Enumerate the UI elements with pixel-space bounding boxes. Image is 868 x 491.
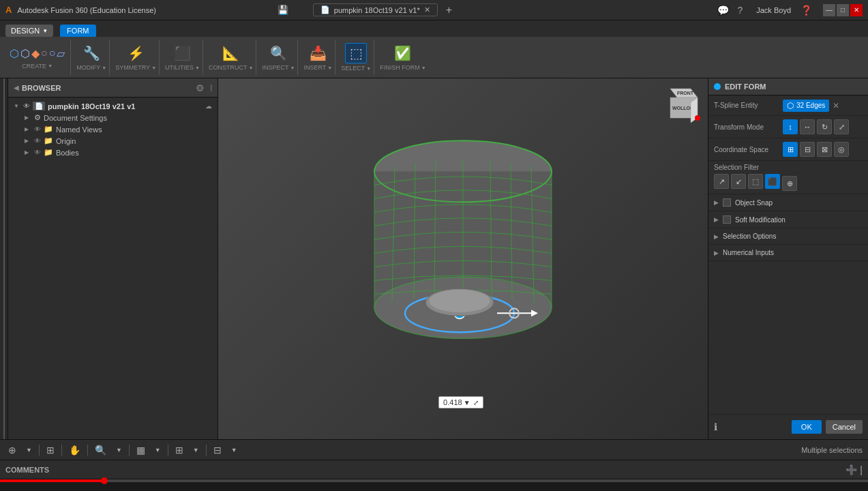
select-btn[interactable]: ⬚	[345, 43, 367, 63]
browser-panel-toggle[interactable]: |	[210, 84, 212, 91]
grid-btn[interactable]: ⊞	[173, 443, 186, 457]
view-options-btn[interactable]: ▦	[134, 443, 148, 457]
create-box-btn[interactable]: ⬡ ⬡ ◆ ○ ○ ▱	[7, 46, 68, 61]
filter-btn-5[interactable]: ⊕	[782, 176, 797, 191]
filter-btn-4[interactable]: ⬛	[765, 174, 780, 189]
utilities-label[interactable]: UTILITIES▼	[165, 64, 200, 71]
minimize-btn[interactable]: —	[823, 4, 835, 16]
value-input[interactable]: 0.418 ▼ ⤢	[438, 396, 483, 408]
value-expand[interactable]: ⤢	[473, 399, 479, 406]
value-dropdown[interactable]: ▼	[464, 399, 470, 406]
tab-form[interactable]: FORM	[60, 25, 95, 37]
snap-btn[interactable]: ⊕	[5, 443, 19, 457]
coord-btn-2[interactable]: ⊟	[800, 142, 815, 157]
browser-expand-icon[interactable]: ◀	[14, 84, 19, 91]
entity-badge[interactable]: ⬡ 32 Edges	[783, 100, 829, 112]
coord-btn-1[interactable]: ⊞	[783, 142, 798, 157]
tree-arrow-bodies: ▶	[25, 149, 31, 155]
construct-label[interactable]: CONSTRUCT▼	[209, 64, 253, 71]
info-icon[interactable]: ℹ	[714, 421, 717, 432]
document-tab[interactable]: 📄 pumpkin 18Oct19 v21 v1* ✕	[313, 3, 438, 16]
inspect-icon: 🔍	[270, 45, 287, 61]
viewport[interactable]: PIVOT 0.418 ▼	[218, 78, 708, 439]
tree-item-root[interactable]: ▼ 👁 📄 pumpkin 18Oct19 v21 v1 ☁	[11, 100, 215, 112]
new-tab-btn[interactable]: +	[446, 4, 452, 16]
tree-item-named-views[interactable]: ▶ 👁 📁 Named Views	[11, 123, 215, 135]
zoom-btn[interactable]: 🔍	[92, 443, 109, 457]
maximize-btn[interactable]: □	[837, 4, 849, 16]
layout-dropdown[interactable]: ▼	[228, 445, 240, 455]
help-icon[interactable]: ?	[737, 5, 743, 16]
browser-settings-icon[interactable]: ⚙	[196, 83, 205, 93]
filter-btn-2[interactable]: ↙	[731, 174, 746, 189]
layout-btn[interactable]: ⊟	[211, 443, 224, 457]
inspect-label[interactable]: INSPECT▼	[262, 64, 295, 71]
filter-btn-1[interactable]: ↗	[714, 174, 729, 189]
selection-options-header[interactable]: ▶ Selection Options	[708, 228, 868, 245]
transform-btn-3[interactable]: ↻	[817, 119, 832, 134]
tree-views-eye[interactable]: 👁	[34, 125, 41, 133]
construct-group: 📐 CONSTRUCT▼	[206, 40, 256, 75]
finish-form-label[interactable]: FINISH FORM▼	[380, 64, 425, 71]
comments-add-btn[interactable]: ➕	[845, 464, 857, 475]
object-snap-checkbox[interactable]	[723, 198, 731, 207]
left-bar	[0, 78, 8, 439]
finish-form-btn[interactable]: ✅	[391, 44, 414, 63]
tree-cloud-icon[interactable]: ☁	[205, 102, 212, 110]
snap-dropdown[interactable]: ▼	[23, 445, 35, 455]
joints-btn[interactable]: ⊞	[44, 443, 57, 457]
tree-bodies-eye[interactable]: 👁	[34, 149, 41, 156]
ok-btn[interactable]: OK	[792, 420, 822, 434]
coord-btn-4[interactable]: ◎	[834, 142, 849, 157]
save-icon[interactable]: 💾	[278, 5, 288, 15]
transform-btn-4[interactable]: ⤢	[834, 119, 849, 134]
insert-label[interactable]: INSERT▼	[303, 64, 332, 71]
entity-clear-btn[interactable]: ✕	[831, 101, 841, 110]
username[interactable]: Jack Boyd	[756, 6, 791, 14]
tab-close[interactable]: ✕	[424, 5, 430, 14]
transform-btn-2[interactable]: ↔	[800, 119, 815, 134]
tree-origin-eye[interactable]: 👁	[34, 137, 41, 145]
cancel-btn[interactable]: Cancel	[826, 420, 863, 434]
close-btn[interactable]: ✕	[850, 4, 863, 16]
tree-eye-icon[interactable]: 👁	[23, 102, 30, 110]
view-cube[interactable]: FRONT WOLLOM	[660, 85, 701, 126]
insert-btn[interactable]: 📥	[307, 44, 329, 63]
symmetry-icon: ⚡	[128, 45, 145, 61]
pan-btn[interactable]: ✋	[66, 443, 83, 457]
object-snap-header[interactable]: ▶ Object Snap	[708, 194, 868, 211]
symmetry-label[interactable]: SYMMETRY▼	[115, 64, 156, 71]
view-dropdown[interactable]: ▼	[152, 445, 164, 455]
comments-panel-toggle[interactable]: |	[860, 464, 863, 475]
utilities-btn[interactable]: ⬛	[171, 44, 194, 63]
create-group: ⬡ ⬡ ◆ ○ ○ ▱ CREATE▼	[4, 40, 71, 75]
construct-btn[interactable]: 📐	[220, 44, 242, 63]
filter-btn-3[interactable]: ⬚	[748, 174, 763, 189]
app-help-icon[interactable]: ❓	[800, 5, 812, 16]
tree-item-bodies[interactable]: ▶ 👁 📁 Bodies	[11, 147, 215, 158]
soft-mod-checkbox[interactable]	[723, 215, 731, 224]
modify-btn[interactable]: 🔧	[80, 44, 103, 63]
chat-icon[interactable]: 💬	[717, 5, 729, 16]
inspect-btn[interactable]: 🔍	[267, 44, 290, 63]
symmetry-btn[interactable]: ⚡	[125, 44, 147, 63]
zoom-dropdown[interactable]: ▼	[113, 445, 125, 455]
modify-label[interactable]: MODIFY▼	[76, 64, 106, 71]
entity-icon: ⬡	[787, 101, 794, 110]
numerical-inputs-header[interactable]: ▶ Numerical Inputs	[708, 245, 868, 261]
transform-btn-1[interactable]: ↕	[783, 119, 798, 134]
design-dropdown[interactable]: DESIGN ▼	[5, 25, 53, 37]
grid-dropdown[interactable]: ▼	[190, 445, 202, 455]
create-label[interactable]: CREATE▼	[22, 63, 53, 70]
edit-form-status-dot	[714, 83, 721, 90]
soft-modification-header[interactable]: ▶ Soft Modification	[708, 211, 868, 228]
tree-item-doc-settings[interactable]: ▶ ⚙ Document Settings	[11, 112, 215, 123]
progress-bar[interactable]	[0, 479, 868, 482]
sel-opt-label: Selection Options	[723, 233, 776, 240]
tree-origin-label: Origin	[56, 137, 76, 145]
select-label[interactable]: SELECT▼	[341, 65, 371, 72]
num-input-arrow: ▶	[714, 250, 719, 256]
tree-item-origin[interactable]: ▶ 👁 📁 Origin	[11, 135, 215, 147]
coord-btn-3[interactable]: ⊠	[817, 142, 832, 157]
insert-icon: 📥	[310, 45, 327, 61]
